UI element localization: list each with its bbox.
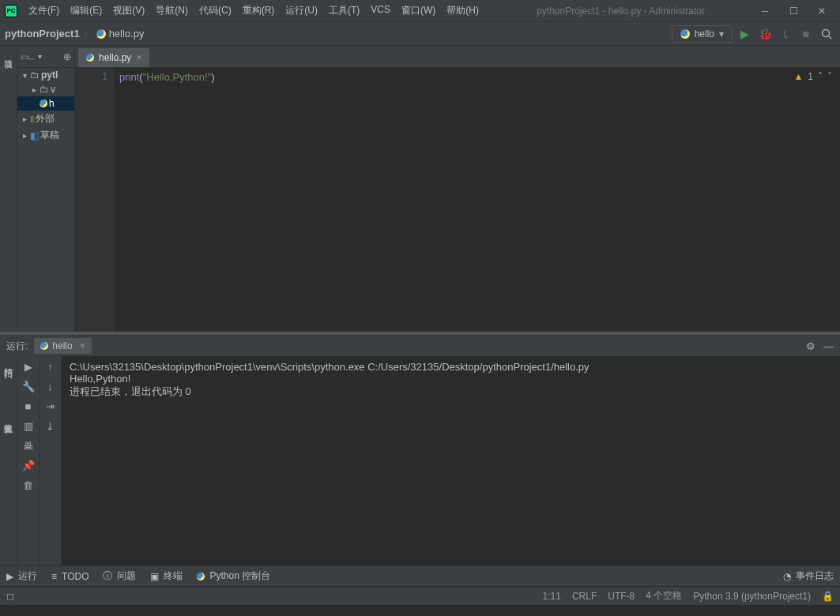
run-toolbar-secondary: ↑ ↓ ⇥ ⤓ (40, 356, 62, 565)
encoding[interactable]: UTF-8 (608, 591, 635, 602)
caret-down-icon: ▾ (21, 71, 28, 80)
menu-view[interactable]: 视图(V) (108, 2, 149, 19)
project-view-icon[interactable]: ▭.. (21, 51, 35, 62)
editor-tab-hello[interactable]: hello.py × (78, 48, 149, 67)
run-tab-hello[interactable]: hello × (34, 338, 91, 354)
tree-external-libraries[interactable]: ▸ ⫴ 外部 (17, 111, 74, 127)
chevron-down-icon[interactable]: ▾ (38, 52, 42, 61)
menu-help[interactable]: 帮助(H) (442, 2, 484, 19)
tree-venv[interactable]: ▸ 🗀 v (17, 82, 74, 96)
tool-problems[interactable]: ⓘ问题 (103, 569, 136, 583)
run-configuration-selector[interactable]: hello ▾ (672, 25, 733, 43)
editor-area: hello.py × 1 print("Hello,Python!") ▲ 1 … (75, 46, 840, 332)
minimize-button[interactable]: ─ (758, 4, 772, 18)
caret-right-icon: ▸ (21, 131, 28, 140)
run-tool-window: 运行: hello × ⚙ — 结构 ┇┇ 收藏夹 ★ ▶ 🔧 ■ ▥ 🖶 📌 … (0, 335, 840, 565)
tree-project-root[interactable]: ▾ 🗀 pytl (17, 68, 74, 82)
line-number: 1 (75, 71, 107, 82)
close-icon[interactable]: × (80, 340, 85, 351)
close-button[interactable]: ✕ (815, 4, 829, 18)
menu-edit[interactable]: 编辑(E) (66, 2, 107, 19)
debug-button[interactable]: 🐞 (756, 25, 774, 43)
menu-file[interactable]: 文件(F) (24, 2, 64, 19)
breadcrumb-project[interactable]: pythonProject1 (5, 28, 80, 39)
menu-window[interactable]: 窗口(W) (397, 2, 440, 19)
menu-navigate[interactable]: 导航(N) (151, 2, 193, 19)
indent[interactable]: 4 个空格 (646, 589, 682, 603)
console-output[interactable]: C:\Users\32135\Desktop\pythonProject1\ve… (62, 356, 840, 565)
editor-tabs: hello.py × (75, 46, 840, 68)
trash-icon[interactable]: 🗑 (23, 479, 33, 491)
bubble-icon: ◔ (783, 571, 791, 582)
tool-terminal[interactable]: ▣终端 (150, 569, 183, 583)
scroll-to-end-icon[interactable]: ⤓ (46, 420, 55, 432)
interpreter[interactable]: Python 3.9 (pythonProject1) (693, 591, 811, 602)
print-icon[interactable]: 🖶 (23, 440, 33, 452)
line-separator[interactable]: CRLF (572, 591, 597, 602)
tool-python-console[interactable]: Python 控制台 (197, 569, 270, 583)
tab-label: hello.py (99, 52, 131, 63)
up-arrow-icon[interactable]: ↑ (47, 361, 53, 373)
structure-icon: ┇┇ (3, 369, 14, 379)
scratch-icon: ◧ (30, 130, 39, 141)
python-icon (680, 29, 690, 39)
pycharm-icon: PC (5, 5, 17, 17)
locate-icon[interactable]: ⊕ (63, 51, 71, 62)
libraries-icon: ⫴ (30, 114, 34, 125)
window-controls: ─ ☐ ✕ (758, 4, 829, 18)
hide-icon[interactable]: — (823, 340, 834, 352)
pin-icon[interactable]: 📌 (22, 460, 35, 471)
down-icon[interactable]: ˅ (827, 71, 832, 82)
menu-tools[interactable]: 工具(T) (324, 2, 364, 19)
caret-position[interactable]: 1:11 (543, 591, 561, 602)
menu-bar: 文件(F) 编辑(E) 视图(V) 导航(N) 代码(C) 重构(R) 运行(U… (24, 2, 484, 19)
soft-wrap-icon[interactable]: ⇥ (46, 400, 55, 412)
tool-window-quick-access-icon[interactable]: ◻ (6, 591, 14, 602)
event-log[interactable]: ◔事件日志 (783, 569, 834, 583)
folder-icon: 🗀 (30, 69, 40, 81)
run-label: 运行: (6, 340, 28, 353)
stop-button[interactable]: ■ (797, 25, 815, 43)
menu-refactor[interactable]: 重构(R) (238, 2, 280, 19)
tool-run[interactable]: ▶运行 (6, 569, 37, 583)
run-with-coverage-button[interactable]: ⤹ (777, 25, 794, 43)
tree-hello-file[interactable]: h (17, 96, 74, 111)
python-file-icon (86, 54, 94, 62)
gear-icon[interactable]: ⚙ (806, 340, 816, 352)
terminal-icon: ▣ (150, 571, 159, 582)
tool-todo[interactable]: ≡TODO (51, 571, 89, 582)
editor-body[interactable]: 1 print("Hello,Python!") ▲ 1 ˄ ˅ (75, 68, 840, 332)
menu-vcs[interactable]: VCS (366, 2, 395, 19)
breadcrumb-file[interactable]: hello.py (109, 28, 145, 39)
close-tab-icon[interactable]: × (136, 52, 141, 63)
inspection-widget[interactable]: ▲ 1 ˄ ˅ (793, 71, 832, 82)
code-content[interactable]: print("Hello,Python!") (115, 68, 840, 332)
caret-right-icon: ▸ (30, 85, 38, 94)
up-icon[interactable]: ˄ (818, 71, 823, 82)
down-arrow-icon[interactable]: ↓ (47, 381, 53, 393)
svg-point-0 (823, 29, 830, 36)
maximize-button[interactable]: ☐ (786, 4, 800, 18)
menu-run[interactable]: 运行(U) (281, 2, 322, 19)
favorites-tab[interactable]: 收藏夹 (2, 415, 14, 419)
python-icon (40, 342, 48, 350)
lock-icon[interactable]: 🔒 (822, 591, 834, 602)
status-bar: ◻ 1:11 CRLF UTF-8 4 个空格 Python 3.9 (pyth… (0, 586, 840, 605)
python-icon (197, 573, 205, 580)
search-everywhere-button[interactable] (818, 25, 835, 43)
project-panel: ▭.. ▾ ⊕ ▾ 🗀 pytl ▸ 🗀 v h ▸ ⫴ 外部 (17, 46, 75, 332)
info-icon: ⓘ (103, 569, 112, 583)
project-tool-tab[interactable]: 项目 (2, 51, 14, 57)
run-button[interactable]: ▶ (736, 25, 753, 43)
navigation-bar: pythonProject1 〉 hello.py hello ▾ ▶ 🐞 ⤹ … (0, 22, 840, 46)
list-icon: ≡ (51, 571, 57, 582)
tree-scratches[interactable]: ▸ ◧ 草稿 (17, 127, 74, 144)
layout-icon[interactable]: ▥ (24, 420, 33, 432)
wrench-icon[interactable]: 🔧 (22, 381, 35, 393)
menu-code[interactable]: 代码(C) (194, 2, 236, 19)
rerun-button[interactable]: ▶ (24, 361, 32, 373)
chevron-down-icon: ▾ (719, 28, 724, 39)
stop-button[interactable]: ■ (25, 400, 32, 412)
structure-tab[interactable]: 结构 (2, 359, 14, 362)
run-tabs-bar: 运行: hello × ⚙ — (0, 336, 840, 356)
